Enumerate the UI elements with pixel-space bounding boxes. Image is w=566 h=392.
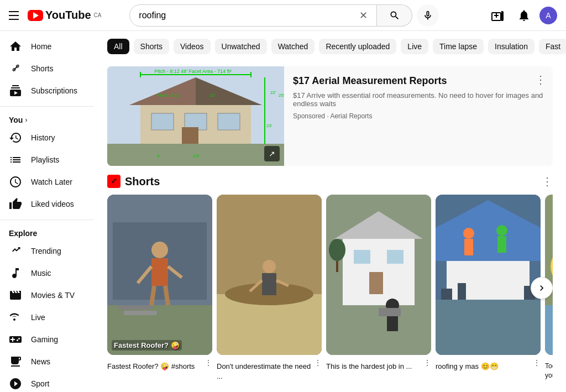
main-layout: Home Shorts Subscriptions You › History: [0, 31, 566, 392]
short-more-2[interactable]: ⋮: [314, 358, 322, 367]
create-button[interactable]: [486, 4, 509, 27]
short-overlay-1: Fastest Roofer? 🤪: [112, 340, 182, 351]
subscriptions-icon: [9, 84, 22, 97]
gaming-icon: [9, 333, 22, 346]
ad-thumbnail[interactable]: Pitch - 8:12 48' Facet Area - 714 ft² 22…: [107, 66, 284, 166]
sidebar-label-gaming: Gaming: [31, 335, 58, 344]
chip-videos[interactable]: Videos: [174, 39, 211, 54]
notifications-button[interactable]: [513, 4, 535, 27]
sidebar-item-history[interactable]: History: [2, 127, 92, 149]
search-bar: ✕: [129, 4, 439, 27]
short-thumbnail-3: [326, 195, 431, 355]
sidebar-item-watch-later[interactable]: Watch Later: [2, 171, 92, 193]
sidebar-item-sport[interactable]: Sport: [2, 373, 92, 392]
svg-text:23': 23': [266, 123, 272, 128]
shorts-next-button[interactable]: [531, 277, 553, 299]
short-image-3: [326, 195, 431, 355]
chip-insulation[interactable]: Insulation: [488, 39, 534, 54]
svg-point-55: [463, 228, 474, 239]
clear-icon[interactable]: ✕: [359, 9, 368, 22]
live-icon: [9, 311, 22, 324]
avatar[interactable]: A: [539, 7, 557, 24]
chip-time-lapse[interactable]: Time lapse: [433, 39, 484, 54]
mic-button[interactable]: [417, 4, 439, 27]
ad-banner: Pitch - 8:12 48' Facet Area - 714 ft² 22…: [107, 66, 553, 166]
shorts-icon: [9, 62, 22, 75]
movies-icon: [9, 289, 22, 302]
sidebar-label-playlists: Playlists: [31, 155, 59, 164]
mic-icon: [422, 10, 433, 21]
sidebar-item-music[interactable]: Music: [2, 262, 92, 284]
svg-text:22': 22': [270, 90, 276, 95]
sidebar-item-gaming[interactable]: Gaming: [2, 328, 92, 351]
sidebar-label-movies: Movies & TV: [31, 291, 75, 300]
chip-unwatched[interactable]: Unwatched: [215, 39, 267, 54]
sidebar-label-history: History: [31, 133, 55, 142]
chip-fast[interactable]: Fast: [539, 39, 566, 54]
ad-sponsored-label: Sponsored: [293, 112, 325, 120]
short-more-3[interactable]: ⋮: [423, 358, 431, 367]
ad-more-button[interactable]: ⋮: [535, 73, 546, 86]
svg-point-47: [329, 239, 345, 261]
main-content: All Shorts Videos Unwatched Watched Rece…: [94, 31, 566, 392]
topbar-left: YouTubeCA: [9, 9, 101, 22]
shorts-grid: Fastest Roofer? 🤪 Fastest Roofer? 🤪 #sho…: [107, 195, 553, 381]
sidebar-label-trending: Trending: [31, 247, 61, 255]
sidebar-divider-2: [0, 219, 94, 220]
watch-later-icon: [9, 175, 22, 189]
sidebar-item-playlists[interactable]: Playlists: [2, 149, 92, 171]
short-card-4[interactable]: roofing y mas 😊😁 ⋮: [436, 195, 541, 381]
sidebar-item-news[interactable]: News: [2, 351, 92, 373]
chip-watched[interactable]: Watched: [271, 39, 315, 54]
chip-live[interactable]: Live: [401, 39, 428, 54]
short-title-4: roofing y mas 😊😁: [436, 362, 533, 372]
svg-point-26: [151, 242, 168, 258]
short-image-1: [107, 195, 212, 355]
sidebar-item-movies[interactable]: Movies & TV: [2, 284, 92, 306]
menu-button[interactable]: [9, 11, 19, 20]
short-title-row-5: Too steep for you...: [545, 358, 553, 380]
sidebar-item-home[interactable]: Home: [2, 35, 92, 58]
youtube-logo-icon: [28, 10, 43, 21]
chip-shorts[interactable]: Shorts: [134, 39, 169, 54]
liked-icon: [9, 197, 22, 211]
chip-all[interactable]: All: [107, 39, 129, 54]
short-title-3: This is the hardest job in ...: [326, 362, 423, 372]
you-label: You: [9, 116, 23, 124]
svg-point-37: [263, 260, 276, 273]
chip-recently-uploaded[interactable]: Recently uploaded: [319, 39, 396, 54]
ad-external-link-icon[interactable]: ↗: [264, 146, 280, 161]
shorts-section-title: Shorts: [125, 175, 160, 188]
svg-rect-60: [441, 289, 452, 300]
topbar: YouTubeCA ✕ A: [0, 0, 566, 31]
search-input[interactable]: [139, 11, 359, 20]
short-thumbnail-2: [217, 195, 322, 355]
short-card-2[interactable]: Don't underestimate the need ... ⋮: [217, 195, 322, 381]
svg-rect-44: [354, 250, 370, 264]
short-more-1[interactable]: ⋮: [205, 358, 212, 367]
sidebar-item-trending[interactable]: Trending: [2, 240, 92, 262]
svg-rect-46: [369, 272, 383, 294]
ad-info: $17 Aerial Measurement Reports $17 Arriv…: [284, 66, 553, 166]
sidebar-you[interactable]: You ›: [0, 111, 94, 127]
music-icon: [9, 266, 22, 280]
sidebar-item-shorts[interactable]: Shorts: [2, 58, 92, 80]
news-icon: [9, 355, 22, 368]
sidebar-item-subscriptions[interactable]: Subscriptions: [2, 80, 92, 102]
sidebar-item-liked-videos[interactable]: Liked videos: [2, 193, 92, 215]
short-title-2: Don't underestimate the need ...: [217, 362, 314, 381]
short-card-3[interactable]: This is the hardest job in ... ⋮: [326, 195, 431, 381]
svg-rect-27: [151, 258, 168, 286]
search-button[interactable]: [377, 4, 412, 27]
sidebar-label-watch-later: Watch Later: [31, 177, 72, 186]
shorts-logo-icon: [107, 175, 120, 188]
playlists-icon: [9, 153, 22, 166]
sidebar-item-live[interactable]: Live: [2, 306, 92, 328]
shorts-more-button[interactable]: ⋮: [542, 175, 553, 188]
svg-rect-5: [218, 113, 240, 130]
short-card-1[interactable]: Fastest Roofer? 🤪 Fastest Roofer? 🤪 #sho…: [107, 195, 212, 381]
short-more-4[interactable]: ⋮: [533, 358, 541, 367]
youtube-logo[interactable]: YouTubeCA: [28, 9, 101, 22]
short-thumbnail-5: [545, 195, 553, 355]
sidebar-label-live: Live: [31, 313, 45, 322]
